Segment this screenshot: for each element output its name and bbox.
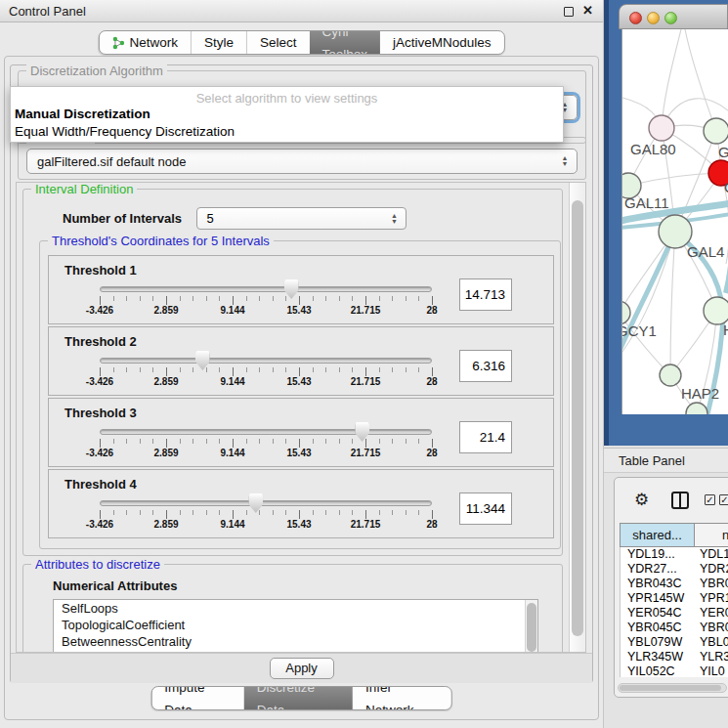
split-columns-icon[interactable] <box>671 492 689 509</box>
table-cell: YBR045C <box>621 621 696 635</box>
threshold-value-field[interactable]: 14.713 <box>459 278 512 311</box>
tick-label: 9.144 <box>220 305 244 316</box>
slider-track[interactable] <box>100 500 432 506</box>
tick-label: 28 <box>426 305 437 316</box>
close-icon[interactable]: ✕ <box>582 3 593 18</box>
scrollbar-thumb[interactable] <box>572 200 583 636</box>
table-body: YDL19...YDL1YDR27...YDR2YBR043CYBR0YPR14… <box>620 547 728 677</box>
slider-track[interactable] <box>100 429 432 435</box>
float-window-icon[interactable] <box>564 7 574 17</box>
tick-label: 2.859 <box>153 519 178 530</box>
tab-cyni-toolbox[interactable]: Cyni Toolbox <box>309 31 380 54</box>
table-row[interactable]: YBR045CYBR0 <box>621 621 728 635</box>
apply-button[interactable]: Apply <box>270 658 334 679</box>
list-scrollbar[interactable] <box>525 600 537 653</box>
column-header-name[interactable]: na <box>695 523 728 547</box>
scrollbar-thumb[interactable] <box>527 603 536 652</box>
table-cell: YDL1 <box>696 547 728 562</box>
group-title: Attributes to discretize <box>31 557 164 572</box>
tab-impute-data[interactable]: Impute Data <box>151 687 244 709</box>
tick-label: 2.859 <box>153 376 178 387</box>
network-node[interactable] <box>704 297 728 324</box>
tab-select[interactable]: Select <box>246 31 310 54</box>
control-panel-title: Control Panel <box>9 4 86 19</box>
slider-major-ticks <box>100 296 433 305</box>
network-node[interactable] <box>704 118 728 144</box>
close-traffic-light[interactable] <box>629 12 642 24</box>
threshold-value-field[interactable]: 21.4 <box>459 421 512 453</box>
algorithm-dropdown-popup: Select algorithm to view settings Manual… <box>10 86 564 143</box>
tick-label: -3.426 <box>86 519 113 530</box>
settings-scrollbar[interactable] <box>569 183 585 652</box>
table-panel-titlebar: Table Panel <box>604 448 728 473</box>
dropdown-option-equal-width[interactable]: Equal Width/Frequency Discretization <box>15 123 563 141</box>
table-cell: YER054C <box>621 606 696 621</box>
network-window-titlebar[interactable] <box>619 4 728 29</box>
network-node-label: GAL11 <box>624 194 669 211</box>
table-cell: YBR0 <box>696 621 728 635</box>
tick-label: -3.426 <box>86 305 113 316</box>
table-row[interactable]: YBR043CYBR0 <box>621 577 728 591</box>
table-cell: YLR345W <box>621 650 696 664</box>
tab-discretize-data[interactable]: Discretize Data <box>244 687 353 709</box>
threshold-value-field[interactable]: 6.316 <box>459 350 512 382</box>
network-edge <box>662 29 681 128</box>
attribute-list-item[interactable]: BetweennessCentrality <box>54 633 537 650</box>
scrollbar-thumb[interactable] <box>620 685 721 691</box>
table-data-combobox[interactable]: galFiltered.sif default node ▲▼ <box>26 149 578 174</box>
table-toolbar: ⚙ ✓ ✓ <box>615 478 728 521</box>
tick-label: 21.715 <box>351 448 381 458</box>
tab-label: Network <box>129 31 178 54</box>
table-row[interactable]: YBL079WYBL0 <box>621 635 728 650</box>
attribute-list-item[interactable]: SelfLoops <box>54 600 537 617</box>
dropdown-hint: Select algorithm to view settings <box>11 91 563 106</box>
tab-network[interactable]: Network <box>99 31 191 54</box>
interval-definition-group: Interval Definition Number of Intervals … <box>22 189 563 556</box>
dropdown-option-manual[interactable]: Manual Discretization <box>15 106 563 123</box>
tick-label: 15.43 <box>286 376 311 387</box>
slider-tick-labels: -3.4262.8599.14415.4321.71528 <box>100 448 432 460</box>
table-cell: YBL0 <box>696 635 728 650</box>
table-row[interactable]: YDR27...YDR2 <box>621 562 728 577</box>
thresholds-group: Threshold's Coordinates for 5 Intervals … <box>39 240 561 549</box>
tick-label: 2.859 <box>153 305 178 316</box>
slider-tick-labels: -3.4262.8599.14415.4321.71528 <box>100 305 432 318</box>
network-node[interactable] <box>622 301 630 324</box>
tab-style[interactable]: Style <box>191 31 246 54</box>
network-node[interactable] <box>649 115 674 141</box>
number-of-intervals-label: Number of Intervals <box>63 207 182 226</box>
tick-label: 28 <box>426 448 437 458</box>
table-cell: YIL052C <box>621 664 696 677</box>
tab-jactivemnodules[interactable]: jActiveMNodules <box>380 31 504 54</box>
gear-icon[interactable]: ⚙ <box>634 490 649 510</box>
table-row[interactable]: YDL19...YDL1 <box>621 547 728 562</box>
combobox-value: 5 <box>207 211 214 226</box>
zoom-traffic-light[interactable] <box>664 12 677 24</box>
group-title: Discretization Algorithm <box>26 64 167 78</box>
slider-track[interactable] <box>100 358 432 364</box>
attribute-list-item[interactable]: TopologicalCoefficient <box>54 617 537 633</box>
attributes-group: Attributes to discretize Numerical Attri… <box>22 564 563 653</box>
tick-label: 21.715 <box>351 376 381 387</box>
checkbox-icon[interactable]: ✓ <box>719 494 728 505</box>
table-row[interactable]: YER054CYER0 <box>621 606 728 621</box>
network-node[interactable] <box>660 364 681 386</box>
threshold-value-field[interactable]: 11.344 <box>459 492 512 525</box>
table-data-group: Table Data galFiltered.sif default node … <box>18 137 586 180</box>
slider-track[interactable] <box>100 286 432 292</box>
table-row[interactable]: YIL052CYIL0 <box>621 664 728 677</box>
network-node-label: GA <box>718 144 728 160</box>
slider-tick-labels: -3.4262.8599.14415.4321.71528 <box>100 376 432 389</box>
table-cell: YER0 <box>696 606 728 621</box>
checkbox-icon[interactable]: ✓ <box>705 494 715 505</box>
tick-label: 9.144 <box>220 448 244 458</box>
table-row[interactable]: YPR145WYPR1 <box>621 591 728 606</box>
network-canvas[interactable]: GAL80GACGAL11GAL4GCY1HHAP2 <box>621 29 728 414</box>
table-row[interactable]: YLR345WYLR3 <box>621 650 728 664</box>
control-panel-titlebar: Control Panel ✕ <box>0 0 603 22</box>
table-horizontal-scrollbar[interactable] <box>618 683 727 693</box>
number-of-intervals-combobox[interactable]: 5 ▲▼ <box>196 207 407 230</box>
minimize-traffic-light[interactable] <box>647 12 660 24</box>
tab-infer-network[interactable]: Infer Network <box>353 687 451 709</box>
column-header-shared-name[interactable]: shared... <box>620 523 695 547</box>
